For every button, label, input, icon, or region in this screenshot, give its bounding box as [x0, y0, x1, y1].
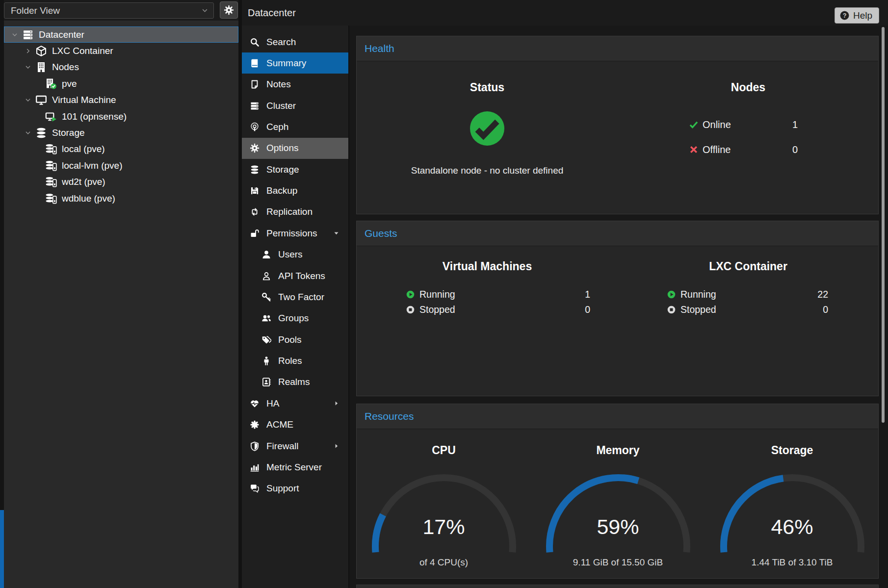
menu-item-api-tokens[interactable]: API Tokens	[242, 265, 348, 286]
menu-item-notes[interactable]: Notes	[242, 74, 348, 95]
next-section-panel	[356, 585, 879, 588]
menu-item-ceph[interactable]: Ceph	[242, 116, 348, 137]
guest-row-value: 0	[823, 304, 828, 315]
male-icon	[261, 356, 271, 366]
menu-item-support[interactable]: Support	[242, 478, 348, 499]
menu-item-acme[interactable]: ACME	[242, 414, 348, 435]
caret-right-icon[interactable]	[333, 400, 340, 407]
guests-column-heading: Virtual Machines	[357, 260, 618, 273]
menu-item-backup[interactable]: Backup	[242, 180, 348, 202]
question-circle-icon: ?	[839, 10, 850, 21]
caret-right-icon[interactable]	[333, 443, 340, 449]
menu-item-replication[interactable]: Replication	[242, 202, 348, 223]
cross-icon	[689, 145, 699, 154]
guest-row-label: Running	[680, 289, 716, 300]
building-icon	[34, 61, 48, 73]
menu-item-firewall[interactable]: Firewall	[242, 435, 348, 457]
node-status-value: 0	[792, 144, 798, 155]
tree-item-local-lvm-pve[interactable]: local-lvm (pve)	[4, 157, 238, 174]
building-check-icon	[44, 78, 57, 90]
menu-item-label: Backup	[266, 185, 297, 196]
menu-item-users[interactable]: Users	[242, 244, 348, 265]
tree-item-datacenter[interactable]: Datacenter	[4, 26, 238, 43]
chevron-down-icon[interactable]	[8, 31, 21, 38]
database-hdd-icon	[45, 160, 57, 172]
resources-panel-header: Resources	[357, 404, 878, 429]
resources-title: Resources	[365, 410, 414, 422]
tree-item-wdblue-pve[interactable]: wdblue (pve)	[4, 190, 238, 206]
menu-item-label: Users	[278, 249, 303, 260]
gauge-cpu: CPU17%of 4 CPU(s)	[357, 429, 531, 578]
play-circle-icon	[667, 290, 676, 299]
vertical-scrollbar[interactable]	[882, 27, 885, 423]
database-icon	[249, 165, 261, 175]
tree-item-local-pve[interactable]: local (pve)	[4, 141, 238, 157]
menu-item-label: API Tokens	[278, 271, 325, 281]
replication-icon	[250, 207, 260, 217]
building-check-icon	[45, 78, 57, 90]
cube-icon	[35, 45, 47, 57]
ceph-icon	[250, 122, 260, 132]
menu-item-groups[interactable]: Groups	[242, 308, 348, 329]
shield-icon	[249, 441, 261, 451]
menu-item-label: Storage	[266, 164, 299, 175]
help-button-label: Help	[853, 10, 872, 21]
menu-item-roles[interactable]: Roles	[242, 351, 348, 372]
chevron-down-icon[interactable]	[22, 129, 34, 136]
menu-item-summary[interactable]: Summary	[242, 52, 348, 74]
menu-item-cluster[interactable]: Cluster	[242, 95, 348, 116]
menu-item-label: Roles	[278, 356, 302, 366]
content-topbar: Datacenter ? Help	[242, 0, 888, 26]
tree-item-nodes[interactable]: Nodes	[4, 59, 238, 76]
tree-item-pve[interactable]: pve	[4, 76, 238, 92]
view-mode-select[interactable]: Folder View	[4, 2, 214, 19]
status-ok-icon-wrap	[467, 108, 508, 149]
guests-panel-body: Virtual MachinesRunning1Stopped0LXC Cont…	[357, 246, 878, 396]
question-circle-icon: ?	[839, 10, 850, 21]
tree-item-101-opnsense[interactable]: 101 (opnsense)	[4, 108, 238, 125]
menu-item-search[interactable]: Search	[242, 31, 348, 52]
tree-item-label: LXC Container	[52, 46, 113, 56]
play-circle-icon	[667, 290, 676, 299]
node-status-label: Offline	[703, 144, 731, 155]
chevron-down-icon[interactable]	[22, 64, 34, 71]
user-icon	[261, 250, 272, 259]
panel-divider[interactable]	[238, 0, 242, 588]
tree-toolbar: Folder View	[4, 0, 238, 21]
help-button[interactable]: ? Help	[835, 7, 879, 24]
menu-item-metric-server[interactable]: Metric Server	[242, 457, 348, 478]
menu-item-label: HA	[266, 398, 279, 409]
menu-item-label: Two Factor	[278, 292, 324, 303]
menu-item-storage[interactable]: Storage	[242, 159, 348, 180]
menu-item-options[interactable]: Options	[242, 138, 348, 159]
heartbeat-icon	[249, 399, 261, 409]
status-heading: Status	[357, 81, 618, 94]
tree-item-storage[interactable]: Storage	[4, 125, 238, 141]
bar-chart-icon	[250, 462, 260, 472]
tree-item-label: wdblue (pve)	[62, 193, 115, 204]
floppy-icon	[250, 186, 260, 196]
chevron-right-icon[interactable]	[22, 48, 34, 54]
menu-item-pools[interactable]: Pools	[242, 329, 348, 350]
comments-icon	[250, 484, 260, 493]
check-circle-icon	[467, 108, 508, 149]
guests-column-lxc-container: LXC ContainerRunning22Stopped0	[618, 246, 879, 396]
tree-settings-button[interactable]	[220, 1, 238, 19]
tree-item-wd2t-pve[interactable]: wd2t (pve)	[4, 174, 238, 190]
server-icon	[21, 29, 34, 41]
tree-item-virtual-machine[interactable]: Virtual Machine	[4, 92, 238, 108]
chevron-down-icon[interactable]	[22, 97, 34, 103]
menu-item-permissions[interactable]: Permissions	[242, 223, 348, 244]
menu-item-realms[interactable]: Realms	[242, 372, 348, 393]
caret-down-icon[interactable]	[333, 230, 340, 236]
menu-item-label: Firewall	[266, 441, 298, 452]
menu-item-two-factor[interactable]: Two Factor	[242, 286, 348, 307]
user-o-icon	[261, 271, 272, 281]
gauge-memory: Memory59%9.11 GiB of 15.50 GiB	[531, 429, 705, 578]
tree-item-lxc-container[interactable]: LXC Container	[4, 43, 238, 59]
nodes-heading: Nodes	[618, 81, 879, 94]
database-hdd-icon	[44, 193, 57, 205]
menu-item-ha[interactable]: HA	[242, 393, 348, 414]
caret-down-icon	[333, 230, 340, 236]
caret-right-icon	[333, 400, 340, 407]
